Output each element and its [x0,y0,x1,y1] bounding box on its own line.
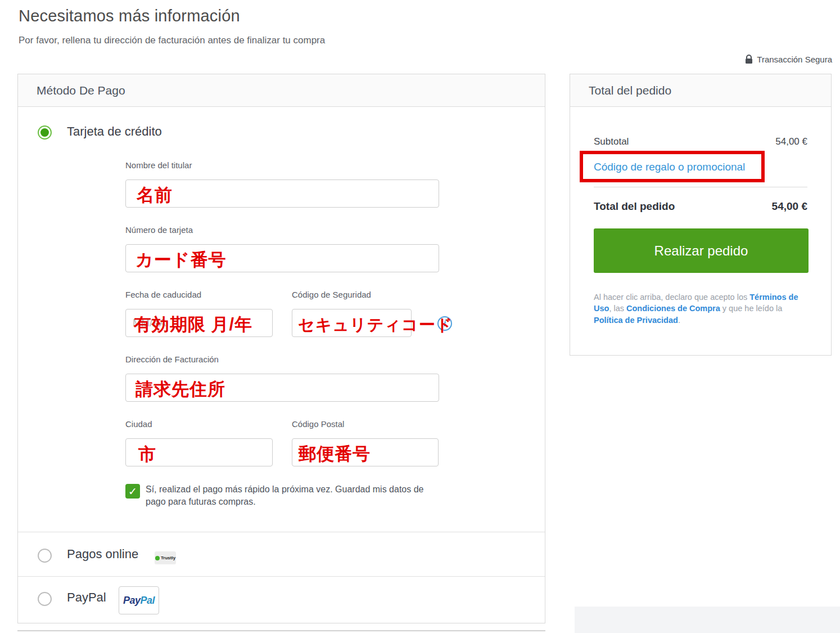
footer-divider [17,630,545,631]
legal-part: , las [609,304,626,313]
legal-text: Al hacer clic arriba, declaro que acepto… [594,291,811,326]
annotation-postal-code: 郵便番号 [299,442,371,466]
name-label: Nombre del titular [125,160,192,170]
paypal-logo-pal: Pal [141,595,155,607]
divider [594,187,807,187]
purchase-conditions-link[interactable]: Condiciones de Compra [626,304,720,313]
paypal-logo-pay: Pay [123,595,141,607]
legal-part: y que he leído la [720,304,782,313]
payment-panel-header: Método De Pago [18,74,545,107]
annotation-name: 名前 [137,183,173,207]
save-payment-checkbox[interactable]: ✓ [125,484,140,499]
billing-address-label: Dirección de Facturación [125,354,219,364]
promo-highlight-annotation [580,151,765,182]
annotation-billing-address: 請求先住所 [136,378,225,401]
city-label: Ciudad [125,419,152,429]
online-payments-label[interactable]: Pagos online [67,547,138,562]
radio-online-payments[interactable] [38,549,52,563]
annotation-city: 市 [138,443,156,466]
postal-code-label: Código Postal [292,419,344,429]
subtotal-value: 54,00 € [775,136,807,147]
footer-background [575,607,840,633]
checkout-page: Necesitamos más información Por favor, r… [0,0,840,633]
trustly-dot-icon [155,556,160,560]
order-total-value: 54,00 € [772,200,807,213]
order-total-label: Total del pedido [594,200,675,213]
legal-part: Al hacer clic arriba, declaro que acepto… [594,293,749,302]
paypal-logo: PayPal [119,586,159,614]
secure-transaction-label: Transacción Segura [757,55,832,64]
radio-credit-card[interactable] [38,125,52,140]
page-title: Necesitamos más información [19,7,240,25]
security-code-label: Código de Seguridad [292,290,371,299]
divider [18,576,545,577]
trustly-wordmark: Trustly [161,555,175,560]
annotation-security-code: セキュリティコード [298,314,453,336]
divider [18,532,545,532]
radio-dot [40,128,49,137]
order-total-panel: Total del pedido Subtotal 54,00 € Código… [570,74,832,356]
subtotal-label: Subtotal [594,136,629,147]
legal-part: . [678,316,680,325]
place-order-button[interactable]: Realizar pedido [594,228,809,273]
privacy-policy-link[interactable]: Política de Privacidad [594,316,678,325]
radio-paypal[interactable] [38,592,52,606]
page-subtitle: Por favor, rellena tu dirección de factu… [19,35,325,46]
lock-icon [745,55,753,64]
trustly-logo: Trustly [155,551,176,564]
expiry-label: Fecha de caducidad [125,290,201,299]
credit-card-label[interactable]: Tarjeta de crédito [67,124,162,139]
paypal-label[interactable]: PayPal [67,590,106,605]
payment-method-panel: Método De Pago Tarjeta de crédito Nombre… [17,74,545,623]
card-number-label: Número de tarjeta [125,225,193,235]
secure-transaction-note: Transacción Segura [745,55,832,64]
annotation-expiry: 有効期限 月/年 [134,313,252,336]
annotation-card-number: カード番号 [136,248,226,272]
save-payment-label[interactable]: Sí, realizad el pago más rápido la próxi… [146,483,442,508]
order-total-header: Total del pedido [570,74,831,107]
checkmark-icon: ✓ [128,485,137,498]
